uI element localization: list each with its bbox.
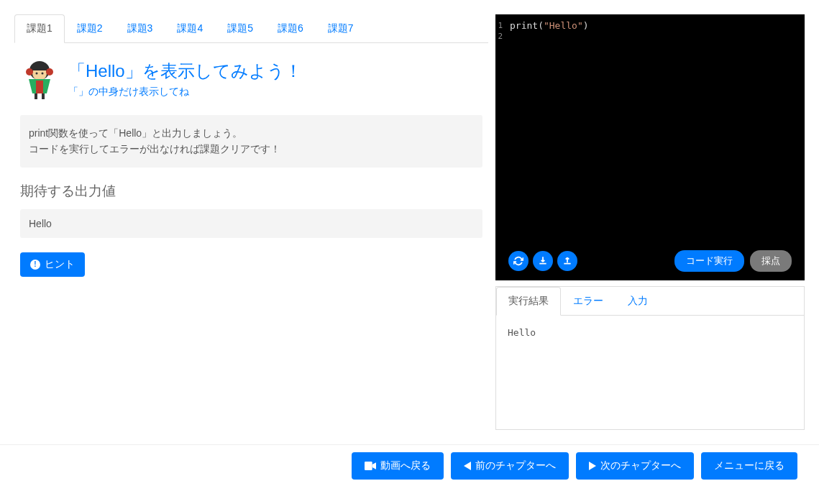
upload-icon bbox=[562, 256, 572, 266]
hint-button[interactable]: ! ヒント bbox=[20, 252, 85, 277]
tab-error[interactable]: エラー bbox=[561, 287, 616, 316]
task-title-block: 「Hello」を表示してみよう！ 「」の中身だけ表示してね bbox=[68, 60, 481, 98]
back-to-menu-button[interactable]: メニューに戻る bbox=[701, 452, 797, 480]
code-line-1: 1 print("Hello") bbox=[495, 20, 805, 31]
task-subtitle: 「」の中身だけ表示してね bbox=[68, 86, 481, 98]
video-icon bbox=[365, 462, 376, 470]
expected-output-value: Hello bbox=[20, 209, 482, 238]
tab-input[interactable]: 入力 bbox=[616, 287, 660, 316]
character-avatar-icon bbox=[22, 58, 58, 101]
task-header: 「Hello」を表示してみよう！ 「」の中身だけ表示してね bbox=[14, 58, 488, 101]
svg-rect-9 bbox=[42, 93, 45, 99]
output-tabs: 実行結果 エラー 入力 bbox=[496, 287, 804, 316]
code-editor[interactable]: 1 print("Hello") 2 bbox=[495, 14, 805, 280]
tab-task-2[interactable]: 課題2 bbox=[65, 14, 115, 43]
page-footer: 動画へ戻る 前のチャプターへ 次のチャプターへ メニューに戻る bbox=[0, 444, 819, 494]
prev-icon bbox=[464, 462, 471, 470]
svg-point-6 bbox=[36, 73, 38, 75]
info-icon: ! bbox=[30, 260, 40, 270]
svg-rect-5 bbox=[36, 81, 43, 93]
task-content: 「Hello」を表示してみよう！ 「」の中身だけ表示してね print関数を使っ… bbox=[14, 43, 488, 277]
desc-line-2: コードを実行してエラーが出なければ課題クリアです！ bbox=[29, 141, 474, 157]
reset-button[interactable] bbox=[508, 251, 529, 271]
tab-task-5[interactable]: 課題5 bbox=[215, 14, 265, 43]
hint-label: ヒント bbox=[45, 258, 75, 271]
output-content: Hello bbox=[496, 316, 804, 349]
task-description: print関数を使って「Hello」と出力しましょう。 コードを実行してエラーが… bbox=[20, 115, 482, 168]
svg-rect-8 bbox=[35, 93, 37, 99]
refresh-icon bbox=[513, 256, 523, 266]
next-chapter-button[interactable]: 次のチャプターへ bbox=[576, 452, 694, 480]
line-number: 1 bbox=[495, 20, 510, 31]
line-number: 2 bbox=[495, 31, 510, 41]
output-panel: 実行結果 エラー 入力 Hello bbox=[495, 286, 805, 430]
editor-toolbar: コード実行 採点 bbox=[495, 250, 805, 272]
download-button[interactable] bbox=[533, 251, 553, 271]
run-code-button[interactable]: コード実行 bbox=[674, 250, 744, 272]
next-icon bbox=[589, 462, 596, 470]
editor-panel: 1 print("Hello") 2 bbox=[495, 14, 805, 430]
tab-result[interactable]: 実行結果 bbox=[496, 287, 561, 316]
tab-task-4[interactable]: 課題4 bbox=[165, 14, 215, 43]
tab-task-3[interactable]: 課題3 bbox=[115, 14, 165, 43]
task-tabs: 課題1 課題2 課題3 課題4 課題5 課題6 課題7 bbox=[14, 14, 488, 43]
upload-button[interactable] bbox=[557, 251, 577, 271]
svg-rect-10 bbox=[365, 462, 372, 470]
task-panel: 課題1 課題2 課題3 課題4 課題5 課題6 課題7 bbox=[14, 14, 488, 430]
tab-task-6[interactable]: 課題6 bbox=[265, 14, 316, 43]
prev-chapter-button[interactable]: 前のチャプターへ bbox=[451, 452, 569, 480]
svg-rect-2 bbox=[31, 65, 48, 70]
tab-task-1[interactable]: 課題1 bbox=[14, 14, 65, 43]
task-title: 「Hello」を表示してみよう！ bbox=[68, 60, 481, 83]
desc-line-1: print関数を使って「Hello」と出力しましょう。 bbox=[29, 125, 474, 141]
code-text: print("Hello") bbox=[510, 20, 589, 31]
grade-button[interactable]: 採点 bbox=[750, 250, 792, 272]
download-icon bbox=[538, 256, 548, 266]
back-to-video-button[interactable]: 動画へ戻る bbox=[352, 452, 444, 480]
tab-task-7[interactable]: 課題7 bbox=[316, 14, 366, 43]
svg-point-7 bbox=[42, 73, 44, 75]
svg-point-4 bbox=[46, 68, 53, 75]
code-line-2: 2 bbox=[495, 31, 805, 41]
expected-output-heading: 期待する出力値 bbox=[20, 182, 482, 201]
svg-point-3 bbox=[26, 68, 33, 75]
